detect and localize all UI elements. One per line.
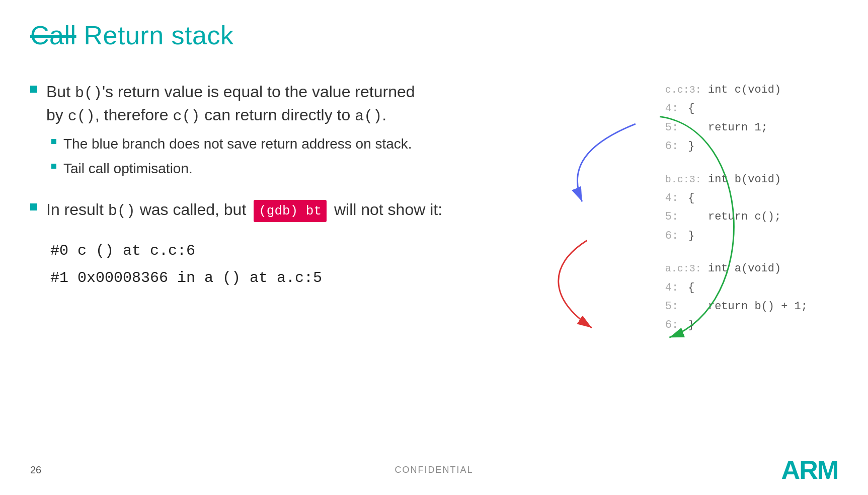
slide: Call Return stack But b()'s return value… (0, 0, 868, 495)
code-display: c.c:3: int c(void) 4: { 5: return 1; 6: … (665, 81, 808, 349)
footer-page-number: 26 (30, 464, 41, 476)
code-b-text0: int b(void) (708, 173, 781, 186)
blue-arrow (577, 124, 635, 201)
bullet1-code3: c() (173, 108, 200, 125)
code-a-line2: 5: return b() + 1; (665, 297, 808, 316)
bullet-square-1 (30, 86, 37, 93)
code-a-line3: 6: } (665, 316, 808, 334)
code-b-num1: 4: (665, 192, 678, 204)
code-c-line2: 5: return 1; (665, 118, 808, 137)
sub-bullet-text-2: Tail call optimisation. (63, 159, 193, 178)
left-panel: But b()'s return value is equal to the v… (30, 70, 443, 435)
code-c-text3: } (681, 140, 694, 153)
bullet1-code2: c() (68, 108, 95, 125)
bullet1-code1: b() (75, 85, 102, 102)
bullet1-code4: a() (355, 108, 382, 125)
code-a-line0: a.c:3: int a(void) (665, 259, 808, 278)
sub-bullet-list: The blue branch does not save return add… (46, 134, 443, 178)
sub-bullet-item-2: Tail call optimisation. (46, 159, 443, 178)
code-b-num2: 5: (665, 210, 678, 223)
code-section-a: a.c:3: int a(void) 4: { 5: return b() + … (665, 259, 808, 335)
red-arrow (559, 240, 592, 328)
footer: 26 CONFIDENTIAL ARM (30, 455, 838, 485)
code-c-line3: 6: } (665, 137, 808, 156)
right-panel: c.c:3: int c(void) 4: { 5: return 1; 6: … (443, 70, 838, 435)
bullet2-text-mid: was called, but (135, 200, 251, 219)
content-area: But b()'s return value is equal to the v… (30, 70, 838, 435)
code-c-num2: 5: (665, 121, 678, 134)
sub-bullet-text-1: The blue branch does not save return add… (63, 134, 412, 154)
code-c-num1: 4: (665, 102, 678, 115)
title-strikethrough: Call (30, 21, 76, 50)
code-b-text2: return c(); (681, 210, 781, 223)
code-block: #0 c () at c.c:6 #1 0x00008366 in a () a… (30, 237, 443, 292)
code-b-text3: } (681, 230, 694, 242)
code-c-line0: c.c:3: int c(void) (665, 81, 808, 99)
bullet-item-2: In result b() was called, but (gdb) bt w… (30, 198, 443, 222)
code-c-text2: return 1; (681, 121, 768, 134)
code-line-1: #0 c () at c.c:6 (50, 237, 443, 264)
bullet-text-1: But b()'s return value is equal to the v… (46, 81, 443, 183)
code-c-text1: { (681, 102, 694, 115)
bullet2-text-before: In result (46, 200, 108, 219)
code-c-num3: 6: (665, 140, 678, 153)
sub-bullet-item-1: The blue branch does not save return add… (46, 134, 443, 154)
code-b-text1: { (681, 192, 694, 204)
code-b-num3: 6: (665, 230, 678, 242)
bullet-square-2 (30, 203, 37, 210)
code-a-line1: 4: { (665, 278, 808, 297)
code-c-filename: c.c:3: (665, 84, 701, 96)
code-a-num1: 4: (665, 281, 678, 294)
code-a-text2: return b() + 1; (681, 300, 808, 313)
title-rest: Return stack (84, 21, 234, 50)
code-a-text1: { (681, 281, 694, 294)
code-a-num2: 5: (665, 300, 678, 313)
code-c-text0: int c(void) (708, 84, 781, 96)
sub-bullet-square-2 (51, 164, 56, 169)
code-b-line3: 6: } (665, 227, 808, 245)
bullet1-text-mid2: , therefore (95, 106, 173, 124)
code-line-2: #1 0x00008366 in a () at a.c:5 (50, 264, 443, 292)
bullet-text-2: In result b() was called, but (gdb) bt w… (46, 198, 443, 222)
code-c-line1: 4: { (665, 99, 808, 118)
gdb-badge: (gdb) bt (254, 200, 327, 222)
code-b-line2: 5: return c(); (665, 207, 808, 226)
code-b-filename: b.c:3: (665, 174, 701, 185)
bullet2-code1: b() (108, 202, 135, 220)
code-b-line0: b.c:3: int b(void) (665, 170, 808, 189)
code-a-num3: 6: (665, 319, 678, 331)
code-section-c: c.c:3: int c(void) 4: { 5: return 1; 6: … (665, 81, 808, 156)
bullet1-text-before: But (46, 83, 75, 101)
bullet1-text-final: . (382, 106, 386, 124)
bullet1-text-end: can return directly to (200, 106, 355, 124)
slide-title: Call Return stack (30, 20, 838, 50)
bullet2-text-end: will not show it: (330, 200, 442, 219)
bullet-list: But b()'s return value is equal to the v… (30, 81, 443, 222)
bullet-item-1: But b()'s return value is equal to the v… (30, 81, 443, 183)
code-section-b: b.c:3: int b(void) 4: { 5: return c(); 6… (665, 170, 808, 246)
code-b-line1: 4: { (665, 189, 808, 207)
code-a-text0: int a(void) (708, 262, 781, 275)
footer-confidential: CONFIDENTIAL (394, 465, 473, 475)
sub-bullet-square-1 (51, 139, 56, 144)
code-a-filename: a.c:3: (665, 263, 701, 274)
arm-logo: ARM (781, 455, 838, 485)
code-a-text3: } (681, 319, 694, 331)
